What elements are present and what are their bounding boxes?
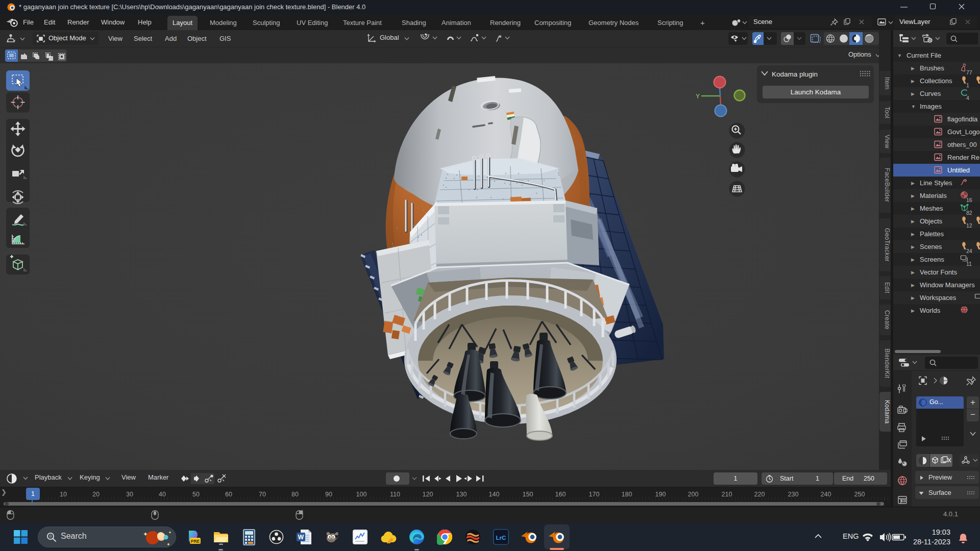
svg-text:Kodama plugin: Kodama plugin [772,70,818,78]
svg-text:Y: Y [696,93,700,100]
svg-text:PRE: PRE [191,539,200,544]
svg-text:LrC: LrC [496,535,506,541]
svg-text:W: W [298,534,304,541]
svg-text:Launch Kodama: Launch Kodama [791,88,841,96]
